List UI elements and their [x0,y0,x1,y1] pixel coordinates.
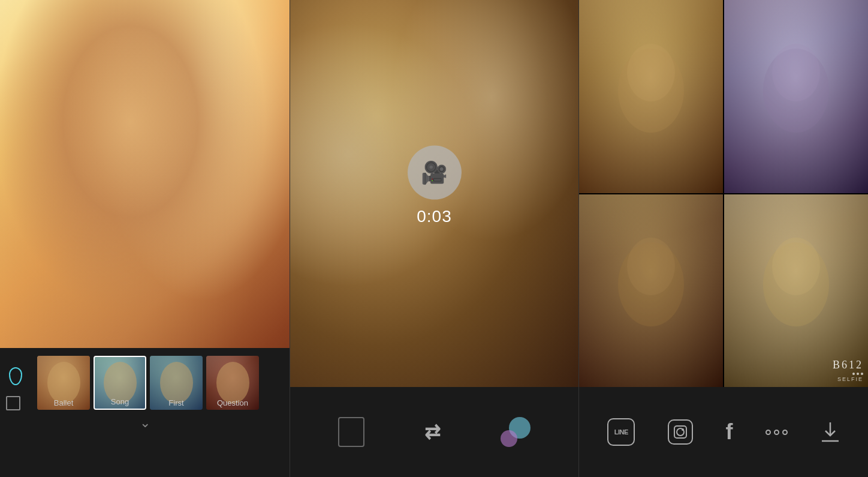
square-shape [6,396,20,410]
instagram-icon [668,419,693,445]
svg-point-3 [772,44,820,101]
panel-collage: B612 SELFIE LINE f [579,0,868,477]
line-icon: LINE [607,418,635,446]
line-label: LINE [614,428,628,436]
first-face-oval [160,362,193,404]
bubble-2 [501,430,517,447]
filter-song[interactable]: Song [94,356,146,410]
insta-inner [674,425,687,439]
grid-cell-bottom-left [579,194,723,388]
filter-question[interactable]: Question [206,356,259,410]
filter-thumbnails: Ballet Song First [37,356,284,410]
filter-ballet[interactable]: Ballet [37,356,90,410]
face-tr [724,0,868,193]
svg-point-1 [627,44,675,101]
ballet-face-oval [47,362,80,404]
shuffle-button[interactable]: ⇄ [424,421,441,443]
drop-shape [9,367,22,385]
photo-grid: B612 SELFIE [579,0,868,387]
filter-tool-icons [6,360,30,410]
grid-cell-top-right [724,0,868,193]
more-dots-icon [765,430,788,435]
question-label: Question [206,398,259,407]
download-icon [821,421,840,443]
more-dot-3 [782,430,788,435]
grid-cell-top-left [579,0,723,193]
color-bubble-button[interactable] [501,417,531,447]
download-button[interactable] [821,421,840,443]
main-photo-face [0,0,290,348]
filter-bar: Ballet Song First [0,348,290,477]
face-bl [579,194,723,388]
first-label: First [150,398,203,407]
brand-subtitle: SELFIE [833,376,863,382]
play-overlay[interactable]: 🎥 0:03 [408,145,462,226]
facebook-icon: f [725,419,733,445]
frame-button[interactable] [338,417,364,447]
play-circle[interactable]: 🎥 [408,145,462,199]
panel-video: 🎥 0:03 ⇄ [290,0,579,477]
brand-dots [833,373,863,375]
more-dot-1 [765,430,771,435]
share-bar: LINE f [579,387,868,477]
time-display: 0:03 [417,206,452,226]
grid-cell-bottom-right: B612 SELFIE [724,194,868,388]
question-face-oval [216,362,249,404]
instagram-share-button[interactable] [668,419,693,445]
filter-first[interactable]: First [150,356,203,410]
dot-1 [852,373,855,375]
video-area[interactable]: 🎥 0:03 [290,0,578,387]
filter-row: Ballet Song First [0,348,290,410]
brand-name: B612 [833,359,863,371]
line-share-button[interactable]: LINE [607,418,635,446]
more-dot-2 [774,430,779,435]
facebook-share-button[interactable]: f [725,419,733,445]
face-tl [579,0,723,193]
svg-point-5 [627,238,675,295]
face-br [724,194,868,388]
dot-3 [861,373,863,375]
chevron-down-icon[interactable]: ⌄ [140,415,150,431]
video-controls-bar: ⇄ [290,387,578,477]
brand-badge: B612 SELFIE [833,359,863,382]
dot-2 [857,373,859,375]
drop-icon[interactable] [6,365,25,388]
square-icon[interactable] [6,396,30,410]
panel-photo-editor: Ballet Song First [0,0,290,477]
video-camera-icon: 🎥 [421,160,448,185]
ballet-label: Ballet [37,398,90,407]
svg-point-7 [772,238,820,295]
download-svg [821,421,840,443]
song-label: Song [95,397,145,406]
more-button[interactable] [765,430,788,435]
